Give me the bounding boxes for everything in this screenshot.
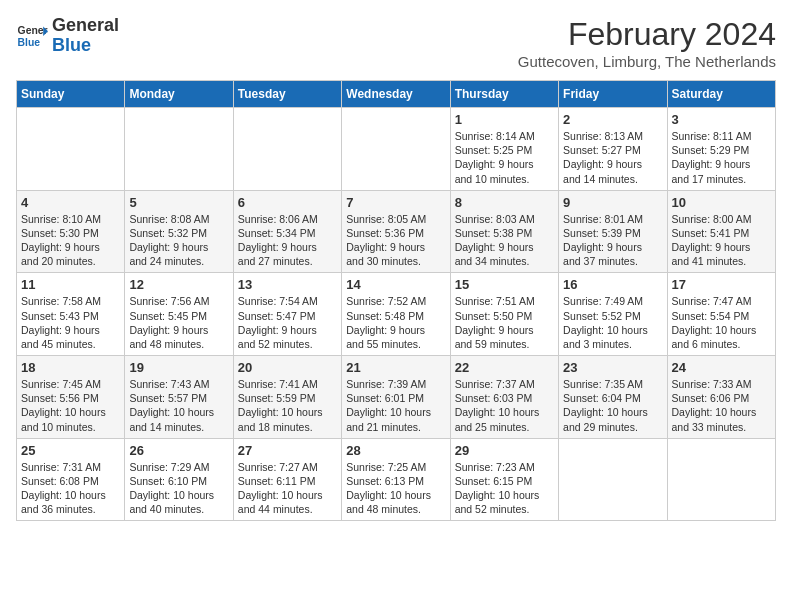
day-info: Sunrise: 7:47 AM Sunset: 5:54 PM Dayligh…: [672, 294, 771, 351]
day-number: 21: [346, 360, 445, 375]
calendar-cell: 1Sunrise: 8:14 AM Sunset: 5:25 PM Daylig…: [450, 108, 558, 191]
day-number: 26: [129, 443, 228, 458]
day-number: 16: [563, 277, 662, 292]
day-info: Sunrise: 8:13 AM Sunset: 5:27 PM Dayligh…: [563, 129, 662, 186]
weekday-header-sunday: Sunday: [17, 81, 125, 108]
calendar-cell: 4Sunrise: 8:10 AM Sunset: 5:30 PM Daylig…: [17, 190, 125, 273]
logo: General Blue General Blue: [16, 16, 119, 56]
day-number: 1: [455, 112, 554, 127]
day-number: 28: [346, 443, 445, 458]
calendar-cell: 20Sunrise: 7:41 AM Sunset: 5:59 PM Dayli…: [233, 356, 341, 439]
weekday-header-saturday: Saturday: [667, 81, 775, 108]
day-number: 8: [455, 195, 554, 210]
day-number: 13: [238, 277, 337, 292]
day-info: Sunrise: 7:29 AM Sunset: 6:10 PM Dayligh…: [129, 460, 228, 517]
day-info: Sunrise: 8:01 AM Sunset: 5:39 PM Dayligh…: [563, 212, 662, 269]
logo-icon: General Blue: [16, 20, 48, 52]
weekday-header-friday: Friday: [559, 81, 667, 108]
day-number: 9: [563, 195, 662, 210]
day-info: Sunrise: 7:58 AM Sunset: 5:43 PM Dayligh…: [21, 294, 120, 351]
day-info: Sunrise: 8:08 AM Sunset: 5:32 PM Dayligh…: [129, 212, 228, 269]
day-info: Sunrise: 7:31 AM Sunset: 6:08 PM Dayligh…: [21, 460, 120, 517]
day-number: 25: [21, 443, 120, 458]
calendar-cell: 24Sunrise: 7:33 AM Sunset: 6:06 PM Dayli…: [667, 356, 775, 439]
day-number: 7: [346, 195, 445, 210]
calendar-cell: 8Sunrise: 8:03 AM Sunset: 5:38 PM Daylig…: [450, 190, 558, 273]
calendar-cell: 27Sunrise: 7:27 AM Sunset: 6:11 PM Dayli…: [233, 438, 341, 521]
logo-text: General: [52, 16, 119, 36]
day-number: 15: [455, 277, 554, 292]
logo-subtext: Blue: [52, 36, 119, 56]
calendar-cell: [342, 108, 450, 191]
day-info: Sunrise: 7:45 AM Sunset: 5:56 PM Dayligh…: [21, 377, 120, 434]
svg-text:Blue: Blue: [18, 36, 41, 47]
calendar-cell: 12Sunrise: 7:56 AM Sunset: 5:45 PM Dayli…: [125, 273, 233, 356]
day-number: 6: [238, 195, 337, 210]
day-info: Sunrise: 8:00 AM Sunset: 5:41 PM Dayligh…: [672, 212, 771, 269]
day-info: Sunrise: 8:10 AM Sunset: 5:30 PM Dayligh…: [21, 212, 120, 269]
calendar-cell: 26Sunrise: 7:29 AM Sunset: 6:10 PM Dayli…: [125, 438, 233, 521]
location-subtitle: Guttecoven, Limburg, The Netherlands: [518, 53, 776, 70]
day-info: Sunrise: 7:41 AM Sunset: 5:59 PM Dayligh…: [238, 377, 337, 434]
day-number: 10: [672, 195, 771, 210]
calendar-cell: 11Sunrise: 7:58 AM Sunset: 5:43 PM Dayli…: [17, 273, 125, 356]
calendar-cell: 25Sunrise: 7:31 AM Sunset: 6:08 PM Dayli…: [17, 438, 125, 521]
calendar-cell: 10Sunrise: 8:00 AM Sunset: 5:41 PM Dayli…: [667, 190, 775, 273]
calendar-cell: [17, 108, 125, 191]
day-info: Sunrise: 8:14 AM Sunset: 5:25 PM Dayligh…: [455, 129, 554, 186]
calendar-cell: 13Sunrise: 7:54 AM Sunset: 5:47 PM Dayli…: [233, 273, 341, 356]
day-number: 18: [21, 360, 120, 375]
weekday-header-tuesday: Tuesday: [233, 81, 341, 108]
calendar-cell: 5Sunrise: 8:08 AM Sunset: 5:32 PM Daylig…: [125, 190, 233, 273]
calendar-cell: 14Sunrise: 7:52 AM Sunset: 5:48 PM Dayli…: [342, 273, 450, 356]
day-number: 27: [238, 443, 337, 458]
day-number: 12: [129, 277, 228, 292]
calendar-cell: 21Sunrise: 7:39 AM Sunset: 6:01 PM Dayli…: [342, 356, 450, 439]
calendar-cell: 3Sunrise: 8:11 AM Sunset: 5:29 PM Daylig…: [667, 108, 775, 191]
day-number: 14: [346, 277, 445, 292]
day-number: 4: [21, 195, 120, 210]
calendar-cell: 6Sunrise: 8:06 AM Sunset: 5:34 PM Daylig…: [233, 190, 341, 273]
title-block: February 2024 Guttecoven, Limburg, The N…: [518, 16, 776, 70]
page-header: General Blue General Blue February 2024 …: [16, 16, 776, 70]
day-info: Sunrise: 7:25 AM Sunset: 6:13 PM Dayligh…: [346, 460, 445, 517]
day-number: 3: [672, 112, 771, 127]
calendar-cell: 15Sunrise: 7:51 AM Sunset: 5:50 PM Dayli…: [450, 273, 558, 356]
day-number: 24: [672, 360, 771, 375]
calendar-week-row: 11Sunrise: 7:58 AM Sunset: 5:43 PM Dayli…: [17, 273, 776, 356]
calendar-week-row: 18Sunrise: 7:45 AM Sunset: 5:56 PM Dayli…: [17, 356, 776, 439]
day-info: Sunrise: 7:54 AM Sunset: 5:47 PM Dayligh…: [238, 294, 337, 351]
month-title: February 2024: [518, 16, 776, 53]
day-info: Sunrise: 8:03 AM Sunset: 5:38 PM Dayligh…: [455, 212, 554, 269]
day-number: 5: [129, 195, 228, 210]
calendar-cell: 23Sunrise: 7:35 AM Sunset: 6:04 PM Dayli…: [559, 356, 667, 439]
day-info: Sunrise: 7:51 AM Sunset: 5:50 PM Dayligh…: [455, 294, 554, 351]
day-info: Sunrise: 7:27 AM Sunset: 6:11 PM Dayligh…: [238, 460, 337, 517]
calendar-cell: 16Sunrise: 7:49 AM Sunset: 5:52 PM Dayli…: [559, 273, 667, 356]
calendar-cell: 22Sunrise: 7:37 AM Sunset: 6:03 PM Dayli…: [450, 356, 558, 439]
day-info: Sunrise: 7:37 AM Sunset: 6:03 PM Dayligh…: [455, 377, 554, 434]
calendar-week-row: 4Sunrise: 8:10 AM Sunset: 5:30 PM Daylig…: [17, 190, 776, 273]
calendar-table: SundayMondayTuesdayWednesdayThursdayFrid…: [16, 80, 776, 521]
calendar-cell: 2Sunrise: 8:13 AM Sunset: 5:27 PM Daylig…: [559, 108, 667, 191]
day-info: Sunrise: 7:39 AM Sunset: 6:01 PM Dayligh…: [346, 377, 445, 434]
day-info: Sunrise: 7:33 AM Sunset: 6:06 PM Dayligh…: [672, 377, 771, 434]
day-number: 2: [563, 112, 662, 127]
calendar-cell: [125, 108, 233, 191]
calendar-cell: 28Sunrise: 7:25 AM Sunset: 6:13 PM Dayli…: [342, 438, 450, 521]
day-info: Sunrise: 7:56 AM Sunset: 5:45 PM Dayligh…: [129, 294, 228, 351]
weekday-header-thursday: Thursday: [450, 81, 558, 108]
day-info: Sunrise: 7:52 AM Sunset: 5:48 PM Dayligh…: [346, 294, 445, 351]
day-info: Sunrise: 7:49 AM Sunset: 5:52 PM Dayligh…: [563, 294, 662, 351]
calendar-cell: 7Sunrise: 8:05 AM Sunset: 5:36 PM Daylig…: [342, 190, 450, 273]
calendar-week-row: 1Sunrise: 8:14 AM Sunset: 5:25 PM Daylig…: [17, 108, 776, 191]
calendar-week-row: 25Sunrise: 7:31 AM Sunset: 6:08 PM Dayli…: [17, 438, 776, 521]
weekday-header-monday: Monday: [125, 81, 233, 108]
day-info: Sunrise: 8:11 AM Sunset: 5:29 PM Dayligh…: [672, 129, 771, 186]
day-number: 11: [21, 277, 120, 292]
weekday-header-wednesday: Wednesday: [342, 81, 450, 108]
calendar-cell: 17Sunrise: 7:47 AM Sunset: 5:54 PM Dayli…: [667, 273, 775, 356]
day-number: 23: [563, 360, 662, 375]
day-number: 17: [672, 277, 771, 292]
calendar-cell: 9Sunrise: 8:01 AM Sunset: 5:39 PM Daylig…: [559, 190, 667, 273]
